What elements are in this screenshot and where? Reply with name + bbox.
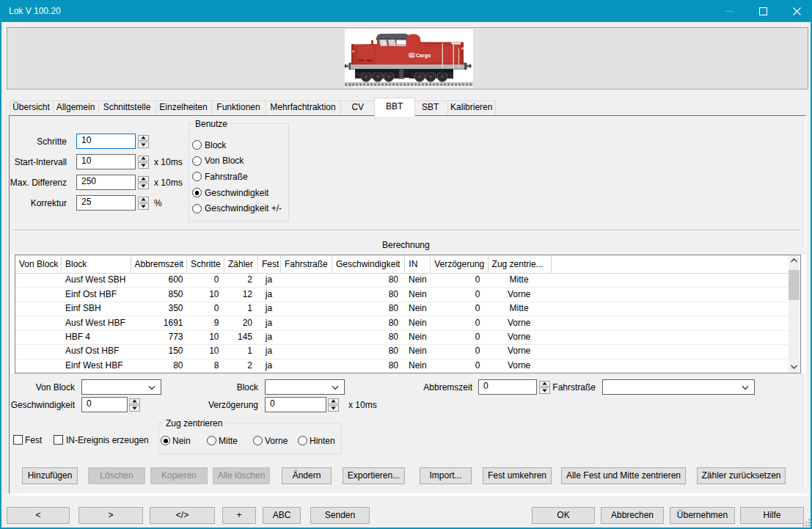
svg-text:LSₓ­: LSₓ­ (345, 82, 354, 87)
svg-text:Cargo: Cargo (416, 53, 431, 59)
svg-text:DB: DB (409, 53, 415, 57)
